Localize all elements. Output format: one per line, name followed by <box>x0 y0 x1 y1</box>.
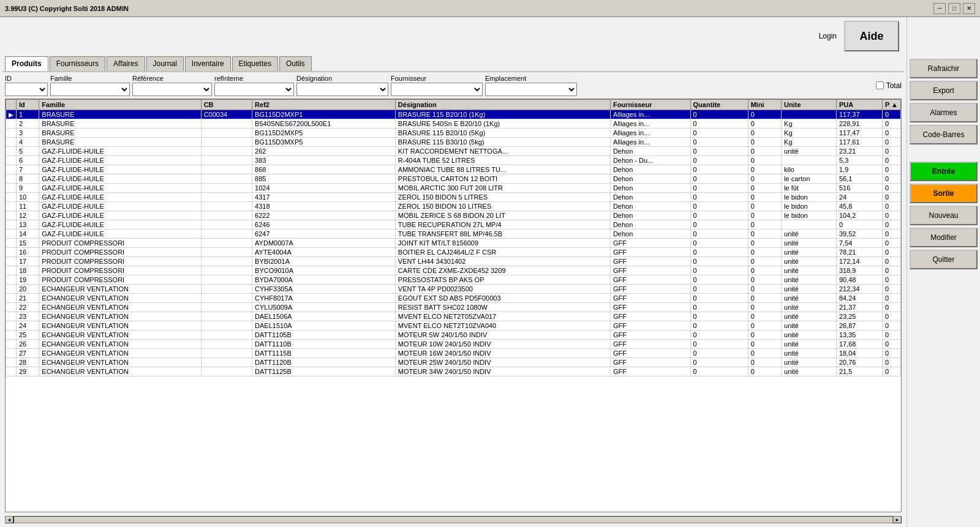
filter-designation-select[interactable] <box>296 83 388 96</box>
filter-refinterne-select[interactable] <box>214 83 294 96</box>
modifier-button[interactable]: Modifier <box>910 228 978 247</box>
tab-fournisseurs[interactable]: Fournisseurs <box>50 56 105 71</box>
col-id[interactable]: Id <box>17 100 39 110</box>
cell-cb <box>201 285 252 294</box>
tab-journal[interactable]: Journal <box>146 56 184 71</box>
cell-ref2: 6222 <box>252 211 396 220</box>
filter-emplacement-select[interactable] <box>485 83 577 96</box>
table-row[interactable]: 15 PRODUIT COMPRESSORI AYDM0007A JOINT K… <box>6 239 901 248</box>
cell-designation: MVENT ELCO NET2T05ZVA017 <box>395 312 610 321</box>
table-row[interactable]: 28 ECHANGEUR VENTLATION DATT1120B MOTEUR… <box>6 358 901 367</box>
cell-pua: 39,52 <box>836 230 882 239</box>
scrollbar-track[interactable] <box>13 516 893 523</box>
cell-id: 29 <box>17 367 39 376</box>
table-row[interactable]: 20 ECHANGEUR VENTLATION CYHF3305A VENT T… <box>6 285 901 294</box>
restore-button[interactable]: □ <box>948 3 960 14</box>
cell-mini: 0 <box>748 119 781 129</box>
cell-quantite: 0 <box>690 349 748 358</box>
filter-reference-select[interactable] <box>132 83 212 96</box>
col-ref2[interactable]: Ref2 <box>252 100 396 110</box>
cell-ref2: B540SNES67200L500E1 <box>252 119 396 129</box>
export-button[interactable]: Export <box>910 81 978 100</box>
filter-fournisseur-select[interactable] <box>391 83 483 96</box>
row-indicator <box>6 147 17 156</box>
table-row[interactable]: 2 BRASURE B540SNES67200L500E1 BRASURE 54… <box>6 119 901 129</box>
row-indicator <box>6 193 17 202</box>
table-row[interactable]: 24 ECHANGEUR VENTLATION DAEL1510A MVENT … <box>6 321 901 331</box>
cell-famille: GAZ-FLUIDE-HUILE <box>39 202 201 211</box>
scroll-left-arrow[interactable]: ◄ <box>5 516 13 523</box>
table-row[interactable]: 12 GAZ-FLUIDE-HUILE 6222 MOBIL ZERICE S … <box>6 211 901 220</box>
filter-famille-label: Famille <box>50 75 72 82</box>
col-p[interactable]: P ▲ <box>882 100 900 110</box>
code-barres-button[interactable]: Code-Barres <box>910 125 978 144</box>
tab-inventaire[interactable]: Inventaire <box>185 56 231 71</box>
col-mini[interactable]: Mini <box>748 100 781 110</box>
table-row[interactable]: 8 GAZ-FLUIDE-HUILE 885 PRESTOBUL CARTON … <box>6 174 901 184</box>
cell-p: 0 <box>882 331 900 340</box>
col-quantite[interactable]: Quantite <box>690 100 748 110</box>
table-row[interactable]: 21 ECHANGEUR VENTLATION CYHF8017A EGOUT … <box>6 294 901 303</box>
aide-button[interactable]: Aide <box>844 21 899 51</box>
cell-mini: 0 <box>748 248 781 257</box>
table-row[interactable]: 4 BRASURE BG115D3MXP5 BRASURE 115 B30/10… <box>6 138 901 147</box>
cell-designation: TUBE TRANSFERT 88L MP/46,5B <box>395 230 610 239</box>
rafraichir-button[interactable]: Rafraichir <box>910 59 978 78</box>
cell-mini: 0 <box>748 340 781 349</box>
table-row[interactable]: 7 GAZ-FLUIDE-HUILE 868 AMMONIAC TUBE 88 … <box>6 165 901 174</box>
table-row[interactable]: 18 PRODUIT COMPRESSORI BYCO9010A CARTE C… <box>6 266 901 275</box>
cell-unite: Kg <box>782 119 837 129</box>
table-row[interactable]: ▶ 1 BRASURE C00034 BG115D2MXP1 BRASURE 1… <box>6 110 901 119</box>
table-row[interactable]: 10 GAZ-FLUIDE-HUILE 4317 ZEROL 150 BIDON… <box>6 193 901 202</box>
table-row[interactable]: 5 GAZ-FLUIDE-HUILE 262 KIT RACCORDEMENT … <box>6 147 901 156</box>
cell-designation: MOBIL ARCTIC 300 FUT 208 LITR <box>395 184 610 193</box>
quitter-button[interactable]: Quitter <box>910 250 978 269</box>
table-row[interactable]: 23 ECHANGEUR VENTLATION DAEL1506A MVENT … <box>6 312 901 321</box>
cell-id: 5 <box>17 147 39 156</box>
col-unite[interactable]: Unite <box>782 100 837 110</box>
table-row[interactable]: 6 GAZ-FLUIDE-HUILE 383 R-404A TUBE 52 LI… <box>6 156 901 165</box>
entree-button[interactable]: Entrée <box>910 162 978 181</box>
table-row[interactable]: 14 GAZ-FLUIDE-HUILE 6247 TUBE TRANSFERT … <box>6 230 901 239</box>
col-designation[interactable]: Désignation <box>395 100 610 110</box>
table-row[interactable]: 25 ECHANGEUR VENTLATION DATT1105B MOTEUR… <box>6 331 901 340</box>
tab-produits[interactable]: Produits <box>5 56 48 71</box>
table-row[interactable]: 9 GAZ-FLUIDE-HUILE 1024 MOBIL ARCTIC 300… <box>6 184 901 193</box>
tab-outils[interactable]: Outils <box>279 56 312 71</box>
cell-mini: 0 <box>748 312 781 321</box>
cell-ref2: BYBI2001A <box>252 257 396 266</box>
filter-id-select[interactable] <box>5 83 48 96</box>
table-row[interactable]: 16 PRODUIT COMPRESSORI AYTE4004A BOITIER… <box>6 248 901 257</box>
nouveau-button[interactable]: Nouveau <box>910 206 978 225</box>
sortie-button[interactable]: Sortie <box>910 184 978 203</box>
scroll-right-arrow[interactable]: ► <box>893 516 902 523</box>
cell-unite: unité <box>782 321 837 331</box>
table-row[interactable]: 13 GAZ-FLUIDE-HUILE 6246 TUBE RECUPERATI… <box>6 220 901 230</box>
table-row[interactable]: 11 GAZ-FLUIDE-HUILE 4318 ZEROL 150 BIDON… <box>6 202 901 211</box>
alarmes-button[interactable]: Alarmes <box>910 103 978 122</box>
table-row[interactable]: 27 ECHANGEUR VENTLATION DATT1115B MOTEUR… <box>6 349 901 358</box>
total-checkbox[interactable] <box>876 81 884 89</box>
cell-p: 0 <box>882 147 900 156</box>
close-button[interactable]: ✕ <box>963 3 975 14</box>
table-row[interactable]: 29 ECHANGEUR VENTLATION DATT1125B MOTEUR… <box>6 367 901 376</box>
table-row[interactable]: 26 ECHANGEUR VENTLATION DATT1110B MOTEUR… <box>6 340 901 349</box>
table-row[interactable]: 3 BRASURE BG115D2MXP5 BRASURE 115 B20/10… <box>6 129 901 138</box>
tab-etiquettes[interactable]: Etiquettes <box>232 56 278 71</box>
table-row[interactable]: 17 PRODUIT COMPRESSORI BYBI2001A VENT LH… <box>6 257 901 266</box>
col-famille[interactable]: Famille <box>39 100 201 110</box>
col-fournisseur[interactable]: Fournisseur <box>610 100 690 110</box>
filter-famille-select[interactable] <box>50 83 130 96</box>
minimize-button[interactable]: ─ <box>933 3 946 14</box>
cell-ref2: CYHF3305A <box>252 285 396 294</box>
col-cb[interactable]: CB <box>201 100 252 110</box>
table-row[interactable]: 22 ECHANGEUR VENTLATION CYLU5009A RESIST… <box>6 303 901 312</box>
tab-affaires[interactable]: Affaires <box>107 56 145 71</box>
table-row[interactable]: 19 PRODUIT COMPRESSORI BYDA7000A PRESSOS… <box>6 275 901 285</box>
cell-ref2: DATT1115B <box>252 349 396 358</box>
col-pua[interactable]: PUA <box>836 100 882 110</box>
cell-quantite: 0 <box>690 239 748 248</box>
table-area[interactable]: Id Famille CB Ref2 Désignation Fournisse… <box>5 99 902 512</box>
row-indicator <box>6 156 17 165</box>
cell-fournisseur: Dehon <box>610 165 690 174</box>
